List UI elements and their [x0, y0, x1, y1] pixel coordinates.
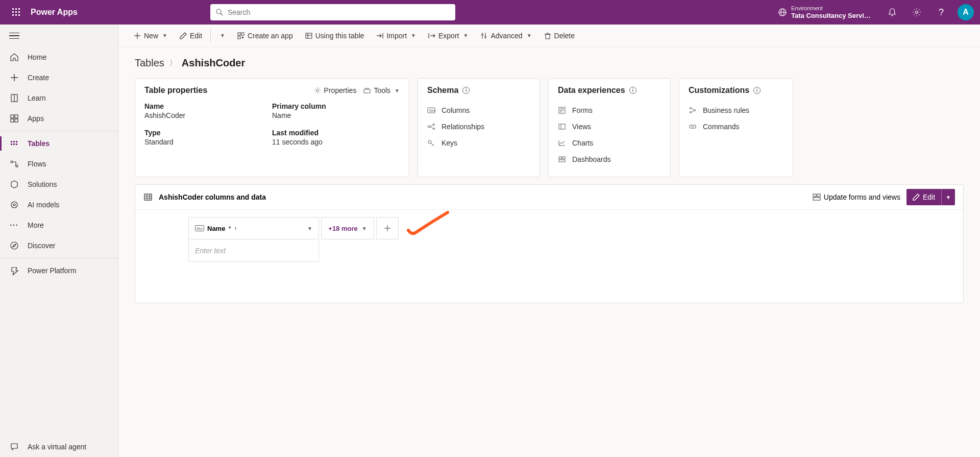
tables-icon	[10, 139, 19, 148]
grid-icon	[143, 193, 153, 202]
cmd-advanced[interactable]: Advanced ▼	[475, 29, 536, 43]
commands-icon	[689, 123, 697, 130]
nav-tables[interactable]: Tables	[0, 133, 118, 154]
search-box[interactable]	[210, 4, 455, 20]
card-title: Data experiences	[558, 86, 625, 95]
app-icon	[237, 32, 244, 39]
nav-flows[interactable]: Flows	[0, 154, 118, 174]
nav-more[interactable]: ··· More	[0, 215, 118, 235]
plus-icon	[384, 225, 391, 232]
left-nav: Home Create Learn Apps Tables Flows Solu…	[0, 25, 118, 457]
export-icon	[428, 32, 435, 39]
properties-link[interactable]: Properties	[314, 86, 357, 94]
trash-icon	[544, 32, 551, 39]
pencil-icon	[913, 194, 920, 201]
nav-learn[interactable]: Learn	[0, 88, 118, 108]
card-title: Table properties	[144, 86, 207, 95]
nav-label: More	[28, 221, 44, 229]
nav-solutions[interactable]: Solutions	[0, 174, 118, 195]
custom-business-rules[interactable]: Business rules	[689, 102, 783, 118]
text-icon: Abc	[427, 107, 435, 114]
search-input[interactable]	[228, 8, 450, 16]
svg-rect-29	[238, 36, 240, 39]
svg-rect-17	[11, 143, 12, 145]
edit-dropdown[interactable]: ▼	[942, 189, 955, 205]
cmd-create-app[interactable]: Create an app	[232, 29, 298, 43]
cmd-using-table[interactable]: Using this table	[300, 29, 370, 43]
settings-button[interactable]	[905, 0, 928, 25]
nav-power-platform[interactable]: Power Platform	[0, 260, 118, 281]
sort-asc-icon: ↑	[234, 225, 237, 231]
nav-apps[interactable]: Apps	[0, 108, 118, 129]
flows-icon	[10, 159, 19, 169]
data-exp-charts[interactable]: Charts	[558, 135, 661, 151]
svg-rect-14	[11, 141, 12, 142]
breadcrumb-tables[interactable]: Tables	[135, 57, 164, 69]
required-indicator: *	[228, 225, 231, 232]
more-columns-button[interactable]: +18 more ▼	[321, 217, 374, 239]
data-exp-forms[interactable]: Forms	[558, 102, 661, 118]
cmd-edit-dropdown[interactable]: ▼	[214, 30, 230, 41]
data-section-title: AshishCoder columns and data	[159, 193, 266, 201]
svg-rect-47	[364, 89, 370, 93]
waffle-menu[interactable]	[4, 0, 29, 25]
nav-create[interactable]: Create	[0, 67, 118, 88]
app-title[interactable]: Power Apps	[31, 8, 78, 17]
data-exp-views[interactable]: Views	[558, 118, 661, 135]
svg-point-41	[482, 34, 483, 35]
tools-link[interactable]: Tools ▼	[363, 86, 400, 94]
nav-ask-agent[interactable]: Ask a virtual agent	[0, 437, 118, 457]
nav-discover[interactable]: Discover	[0, 235, 118, 256]
svg-rect-28	[241, 33, 244, 35]
chevron-down-icon: ▼	[463, 33, 468, 38]
info-icon[interactable]: i	[753, 87, 761, 94]
card-title: Schema	[427, 86, 458, 95]
prop-primary-label: Primary column	[272, 102, 400, 110]
cmd-export[interactable]: Export ▼	[423, 29, 473, 43]
svg-point-20	[11, 161, 13, 163]
help-button[interactable]: ?	[930, 0, 952, 25]
cmd-new[interactable]: New ▼	[129, 29, 173, 43]
schema-columns[interactable]: Abc Columns	[427, 102, 530, 118]
cmd-import[interactable]: Import ▼	[371, 29, 421, 43]
help-icon: ?	[939, 7, 944, 18]
prop-type-value: Standard	[144, 138, 272, 146]
schema-relationships[interactable]: Relationships	[427, 118, 530, 135]
data-input-cell[interactable]: Enter text	[188, 239, 319, 262]
ai-icon	[10, 200, 19, 209]
plus-icon	[134, 32, 141, 39]
column-header-name[interactable]: Abc Name * ↑ ▼	[188, 217, 319, 239]
update-forms-views[interactable]: Update forms and views	[813, 193, 900, 201]
notifications-button[interactable]	[881, 0, 903, 25]
relation-icon	[427, 123, 435, 130]
add-column-button[interactable]	[376, 217, 399, 239]
plus-icon	[10, 73, 19, 82]
chevron-down-icon: ▼	[307, 226, 312, 231]
info-icon[interactable]: i	[629, 87, 636, 94]
nav-collapse-button[interactable]	[9, 31, 19, 41]
cmd-edit[interactable]: Edit	[175, 29, 207, 43]
chat-icon	[10, 442, 19, 451]
environment-picker[interactable]: Environment Tata Consultancy Servic...	[772, 5, 879, 20]
cmd-delete[interactable]: Delete	[539, 29, 580, 43]
breadcrumb: Tables 〉 AshishCoder	[135, 57, 964, 69]
svg-line-53	[430, 125, 433, 127]
custom-commands[interactable]: Commands	[689, 118, 783, 135]
toolbox-icon	[363, 87, 371, 94]
svg-rect-10	[11, 115, 14, 118]
svg-line-1	[220, 13, 223, 15]
schema-keys[interactable]: Keys	[427, 135, 530, 151]
user-avatar[interactable]: A	[958, 4, 974, 20]
form-icon	[558, 107, 566, 114]
svg-rect-77	[813, 194, 816, 197]
svg-point-69	[694, 110, 696, 111]
svg-point-22	[11, 202, 17, 208]
nav-home[interactable]: Home	[0, 47, 118, 67]
svg-point-68	[690, 112, 692, 113]
nav-ai-models[interactable]: AI models	[0, 195, 118, 215]
nav-label: Power Platform	[28, 267, 77, 275]
svg-rect-32	[306, 33, 312, 38]
edit-button[interactable]: Edit	[906, 189, 942, 205]
info-icon[interactable]: i	[462, 87, 470, 94]
data-exp-dashboards[interactable]: Dashboards	[558, 151, 661, 167]
